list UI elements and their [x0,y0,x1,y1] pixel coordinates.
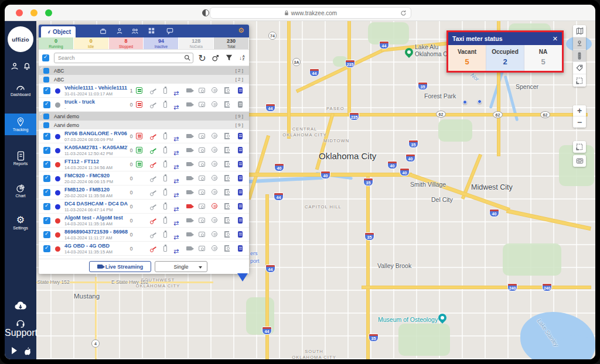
camera-icon[interactable] [199,162,205,167]
camera-icon[interactable] [199,246,205,251]
label-tag-button[interactable] [573,62,586,74]
close-icon[interactable]: ✕ [553,35,558,43]
group-checkbox[interactable] [43,122,49,128]
tank-icon[interactable] [238,189,243,195]
playback-icon[interactable] [212,101,217,107]
vehicle-row[interactable]: Vehicle1111 - Vehicle111131-01-2024 11:0… [39,84,249,98]
vehicle-name[interactable]: FT112 - FT112 [64,159,128,164]
camera-icon[interactable] [199,204,205,209]
select-all-checkbox[interactable] [42,54,49,61]
group-checkbox[interactable] [43,114,49,119]
zoom-in-button[interactable]: + [573,105,586,116]
vehicle-row[interactable]: FMB120 - FMB12020-02-2024 11:35:58 AM 0 [39,186,249,200]
user-icon[interactable] [11,62,19,70]
frame-select-button[interactable] [573,141,586,153]
vehicle-row[interactable]: AlgoM test - AlgoM test14-03-2024 11:35:… [39,214,249,228]
tank-icon[interactable] [238,231,243,238]
key-icon[interactable] [150,161,157,168]
address-bar[interactable]: www.trakzee.com [210,7,411,19]
route-icon[interactable] [173,231,180,238]
tab-people-icon[interactable] [131,28,138,35]
occupied-cell[interactable]: Occupied 2 [486,45,524,71]
sidebar-item-settings[interactable]: ⚙ Settings [5,214,36,230]
sort-az-icon[interactable]: ↓AZ [237,53,247,63]
video-icon[interactable] [186,148,192,152]
key-icon[interactable] [150,133,157,140]
route-icon[interactable] [173,161,180,168]
battery-icon[interactable] [163,218,167,224]
vehicle-name[interactable]: FMB120 - FMB120 [64,187,128,193]
vehicle-row[interactable]: 869689043721539 - 86968...14-03-2024 11:… [39,228,249,242]
battery-icon[interactable] [163,88,167,94]
camera-icon[interactable] [199,232,205,237]
vehicle-row[interactable]: FMC920 - FMC92020-02-2024 06:06:15 PM 0 [39,171,249,186]
route-icon[interactable] [173,87,180,94]
vehicle-name[interactable]: 869689043721539 - 86968... [64,229,128,235]
fuel-icon[interactable] [224,133,230,139]
row-checkbox[interactable] [43,189,50,196]
google-play-icon[interactable] [11,346,18,355]
taximeter-icon[interactable] [136,147,142,153]
row-checkbox[interactable] [43,161,50,168]
taximeter-panel-button[interactable] [573,155,586,167]
vehicle-name[interactable]: RV06 BANGLORE - RV06 B... [64,131,128,136]
taximeter-icon[interactable] [136,87,142,94]
tank-icon[interactable] [238,175,243,181]
reader-mode-icon[interactable] [202,9,209,16]
vehicle-name[interactable]: DC4 DASHCAM - DC4 DAS... [64,201,128,207]
group-row[interactable]: ABC[ 2 ] [39,75,249,84]
video-icon[interactable] [186,162,192,166]
taximeter-icon[interactable] [136,161,142,167]
taximeter-icon[interactable] [136,133,142,139]
row-checkbox[interactable] [43,133,50,140]
filter-icon[interactable] [224,53,234,63]
camera-icon[interactable] [199,218,205,223]
playback-icon[interactable] [212,189,217,195]
vacant-cell[interactable]: Vacant 5 [448,45,486,71]
vehicle-row[interactable]: KA05AM2781 - KA05AM27...11-03-2024 12:50… [39,143,249,157]
maximize-window-button[interactable] [45,9,52,16]
battery-icon[interactable] [163,204,167,210]
tank-icon[interactable] [238,87,243,94]
video-icon[interactable] [186,88,192,92]
fuel-icon[interactable] [224,203,230,210]
vehicle-row[interactable]: DC4 DASHCAM - DC4 DAS...11-03-2024 06:47… [39,200,249,214]
battery-icon[interactable] [163,246,167,252]
key-icon[interactable] [150,217,157,224]
battery-icon[interactable] [163,162,167,167]
sidebar-item-dashboard[interactable]: Dashboard [5,83,36,97]
panel-settings-gear-icon[interactable]: ⚙ [238,26,244,35]
status-total[interactable]: 230Total [214,37,249,49]
fuel-icon[interactable] [224,101,230,108]
vehicle-name[interactable]: AlgoM test - AlgoM test [64,215,128,221]
row-checkbox[interactable] [43,217,50,224]
route-icon[interactable] [173,203,180,210]
museum-pin-icon[interactable] [437,312,448,324]
fuel-icon[interactable] [224,189,230,195]
vehicle-row[interactable]: truck - truck- 0 [39,98,249,112]
video-icon[interactable] [186,232,192,236]
vehicle-row[interactable]: FT112 - FT11214-03-2024 11:34:56 AM 0 [39,157,249,171]
row-checkbox[interactable] [43,101,50,108]
fuel-icon[interactable] [224,147,230,153]
tank-icon[interactable] [238,133,243,139]
sidebar-item-support[interactable]: Support [5,318,36,338]
camera-icon[interactable] [199,147,205,153]
key-icon[interactable] [150,147,157,154]
cluster-button[interactable] [573,37,586,50]
row-checkbox[interactable] [43,175,50,182]
tab-grid-icon[interactable] [148,28,155,35]
battery-icon[interactable] [163,190,167,195]
video-icon[interactable] [186,218,192,222]
fuel-icon[interactable] [224,175,230,181]
vehicle-name[interactable]: KA05AM2781 - KA05AM27... [64,145,128,150]
key-icon[interactable] [150,175,157,182]
group-row[interactable]: Aarvi demo[ 9 ] [39,112,249,121]
group-checkbox[interactable] [43,68,49,74]
route-icon[interactable] [173,189,180,196]
row-checkbox[interactable] [43,147,50,154]
minimize-window-button[interactable] [30,9,38,16]
route-icon[interactable] [173,175,180,182]
fuel-icon[interactable] [224,217,230,224]
close-window-button[interactable] [16,9,23,16]
